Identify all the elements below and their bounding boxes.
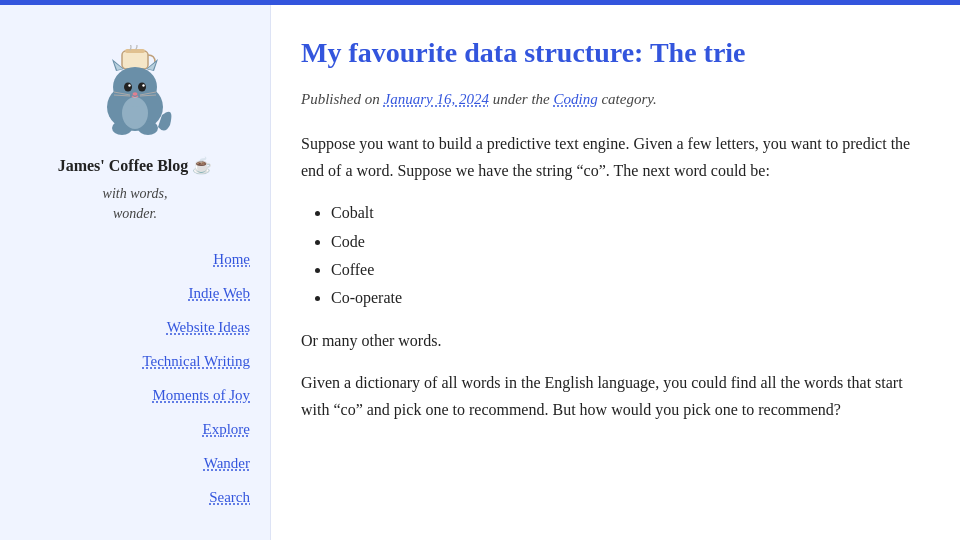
paragraph-3: Given a dictionary of all words in the E… [301,370,920,423]
sidebar-item-technical-writing[interactable]: Technical Writing [142,345,250,377]
layout: James' Coffee Blog ☕ with words,wonder. … [0,5,960,540]
list-item-coffee: Coffee [331,257,920,283]
article-body: Suppose you want to build a predictive t… [301,131,920,423]
paragraph-1: Suppose you want to build a predictive t… [301,131,920,184]
svg-point-19 [122,97,148,129]
sidebar-item-search[interactable]: Search [209,481,250,513]
sidebar-nav: Home Indie Web Website Ideas Technical W… [20,243,250,513]
svg-rect-0 [122,51,148,69]
article-category-link[interactable]: Coding [553,91,597,107]
blog-subtitle: with words,wonder. [103,184,168,223]
svg-point-10 [128,84,130,86]
blog-logo [90,45,180,135]
svg-point-9 [138,83,146,92]
word-list: Cobalt Code Coffee Co-operate [331,200,920,312]
sidebar-item-explore[interactable]: Explore [203,413,250,445]
svg-point-11 [142,84,144,86]
sidebar: James' Coffee Blog ☕ with words,wonder. … [0,5,270,540]
list-item-co-operate: Co-operate [331,285,920,311]
svg-point-8 [124,83,132,92]
article-meta: Published on January 16, 2024 under the … [301,87,920,111]
meta-suffix: category. [598,91,657,107]
list-item-cobalt: Cobalt [331,200,920,226]
sidebar-item-home[interactable]: Home [213,243,250,275]
sidebar-item-website-ideas[interactable]: Website Ideas [167,311,250,343]
paragraph-2: Or many other words. [301,328,920,354]
list-item-code: Code [331,229,920,255]
sidebar-item-indie-web[interactable]: Indie Web [189,277,250,309]
svg-rect-1 [125,49,145,53]
blog-title: James' Coffee Blog ☕ [58,153,213,179]
meta-middle: under the [489,91,554,107]
main-content: My favourite data structure: The trie Pu… [270,5,960,540]
sidebar-item-wander[interactable]: Wander [204,447,250,479]
article-date-link[interactable]: January 16, 2024 [384,91,489,107]
svg-point-12 [133,92,138,96]
sidebar-item-moments-of-joy[interactable]: Moments of Joy [153,379,251,411]
article-title: My favourite data structure: The trie [301,35,920,71]
meta-prefix: Published on [301,91,384,107]
logo-container [90,45,180,143]
